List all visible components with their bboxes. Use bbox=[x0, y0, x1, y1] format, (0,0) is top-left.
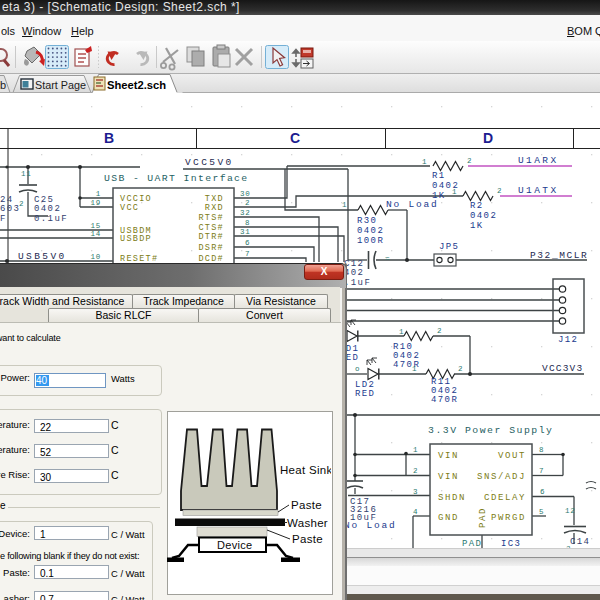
svg-text:0402: 0402 bbox=[470, 211, 497, 221]
svg-text:DTR#: DTR# bbox=[198, 232, 224, 242]
svg-text:1: 1 bbox=[342, 201, 347, 209]
svg-text:7: 7 bbox=[539, 467, 544, 475]
svg-text:Paste: Paste bbox=[292, 533, 323, 545]
svg-text:3.3V Power Supply: 3.3V Power Supply bbox=[428, 425, 553, 436]
svg-text:U1ATX: U1ATX bbox=[518, 185, 559, 196]
svg-text:8: 8 bbox=[539, 446, 544, 454]
svg-text:RTS#: RTS# bbox=[198, 213, 224, 223]
svg-text:B: B bbox=[104, 130, 114, 146]
svg-text:No Load: No Load bbox=[386, 199, 439, 210]
svg-text:603: 603 bbox=[0, 204, 20, 214]
svg-text:USB - UART Interface: USB - UART Interface bbox=[104, 173, 249, 184]
svg-text:.1uF: .1uF bbox=[344, 278, 371, 288]
svg-text:1: 1 bbox=[96, 190, 101, 198]
svg-text:11: 11 bbox=[21, 170, 32, 178]
svg-text:1: 1 bbox=[422, 158, 427, 166]
svg-text:VIN: VIN bbox=[438, 451, 459, 461]
svg-text:R2: R2 bbox=[470, 201, 484, 211]
svg-text:5: 5 bbox=[539, 508, 544, 516]
svg-text:C14: C14 bbox=[570, 537, 590, 547]
svg-text:P32_MCLR: P32_MCLR bbox=[530, 250, 588, 261]
svg-text:2: 2 bbox=[437, 327, 442, 335]
svg-text:SNS/ADJ: SNS/ADJ bbox=[477, 472, 526, 482]
svg-text:RED: RED bbox=[355, 389, 375, 399]
svg-text:10uF: 10uF bbox=[350, 513, 377, 523]
svg-text:J12: J12 bbox=[558, 335, 578, 345]
svg-text:2: 2 bbox=[467, 157, 472, 165]
svg-text:12: 12 bbox=[565, 507, 576, 515]
svg-text:R1: R1 bbox=[432, 171, 446, 181]
svg-text:Washer: Washer bbox=[287, 517, 328, 529]
svg-text:0.1uF: 0.1uF bbox=[34, 214, 68, 224]
svg-text:VCC: VCC bbox=[120, 203, 139, 213]
svg-text:U1ARX: U1ARX bbox=[518, 155, 559, 166]
svg-text:F: F bbox=[0, 214, 7, 224]
svg-text:32: 32 bbox=[240, 209, 251, 217]
svg-text:Heat Sink: Heat Sink bbox=[280, 464, 331, 476]
svg-text:100R: 100R bbox=[357, 236, 384, 246]
svg-text:2: 2 bbox=[458, 365, 463, 373]
svg-text:6: 6 bbox=[245, 239, 250, 247]
svg-text:Paste: Paste bbox=[291, 499, 322, 511]
svg-text:2: 2 bbox=[19, 200, 24, 208]
svg-text:2: 2 bbox=[413, 467, 418, 475]
svg-text:CDELAY: CDELAY bbox=[484, 493, 526, 503]
svg-text:0402: 0402 bbox=[357, 226, 384, 236]
svg-text:8: 8 bbox=[245, 219, 250, 227]
svg-text:VCC3V3: VCC3V3 bbox=[542, 363, 583, 374]
svg-text:1: 1 bbox=[413, 446, 418, 454]
svg-text:D: D bbox=[483, 130, 493, 146]
svg-text:1K: 1K bbox=[470, 221, 484, 231]
svg-text:3: 3 bbox=[413, 488, 418, 496]
svg-text:6: 6 bbox=[540, 488, 545, 496]
svg-text:Device: Device bbox=[217, 539, 252, 551]
svg-text:VCC5V0: VCC5V0 bbox=[185, 157, 234, 168]
svg-text:R30: R30 bbox=[357, 216, 377, 226]
svg-text:1: 1 bbox=[452, 188, 457, 196]
svg-text:USBDP: USBDP bbox=[120, 234, 152, 244]
svg-text:2: 2 bbox=[497, 187, 502, 195]
svg-text:31: 31 bbox=[240, 228, 251, 236]
svg-text:≈: ≈ bbox=[385, 255, 390, 263]
svg-text:SHDN: SHDN bbox=[438, 493, 466, 503]
svg-text:1: 1 bbox=[412, 365, 417, 373]
svg-text:402: 402 bbox=[344, 268, 364, 278]
svg-text:1K: 1K bbox=[432, 191, 446, 201]
svg-text:2: 2 bbox=[245, 199, 250, 207]
svg-text:15: 15 bbox=[90, 222, 101, 230]
svg-text:Start Page: Start Page bbox=[35, 79, 86, 91]
svg-text:0402: 0402 bbox=[34, 204, 61, 214]
svg-text:Sheet2.sch: Sheet2.sch bbox=[107, 79, 166, 91]
svg-text:7: 7 bbox=[245, 250, 250, 258]
svg-text:19: 19 bbox=[90, 199, 101, 207]
svg-text:1: 1 bbox=[399, 328, 404, 336]
svg-text:30: 30 bbox=[240, 190, 251, 198]
svg-text:JP5: JP5 bbox=[439, 242, 459, 252]
svg-text:PAD: PAD bbox=[478, 507, 488, 528]
svg-text:RXD: RXD bbox=[205, 203, 224, 213]
svg-text:VOUT: VOUT bbox=[498, 451, 526, 461]
svg-text:PWRGD: PWRGD bbox=[491, 513, 526, 523]
svg-text:o: o bbox=[355, 365, 360, 373]
svg-text:4: 4 bbox=[413, 508, 418, 516]
svg-text:GND: GND bbox=[438, 513, 459, 523]
svg-text:470R: 470R bbox=[431, 395, 458, 405]
svg-text:C: C bbox=[290, 130, 300, 146]
svg-text:14: 14 bbox=[90, 230, 101, 238]
svg-text:VIN: VIN bbox=[438, 472, 459, 482]
svg-text:DSR#: DSR# bbox=[198, 243, 224, 253]
svg-text:b: b bbox=[0, 79, 6, 91]
